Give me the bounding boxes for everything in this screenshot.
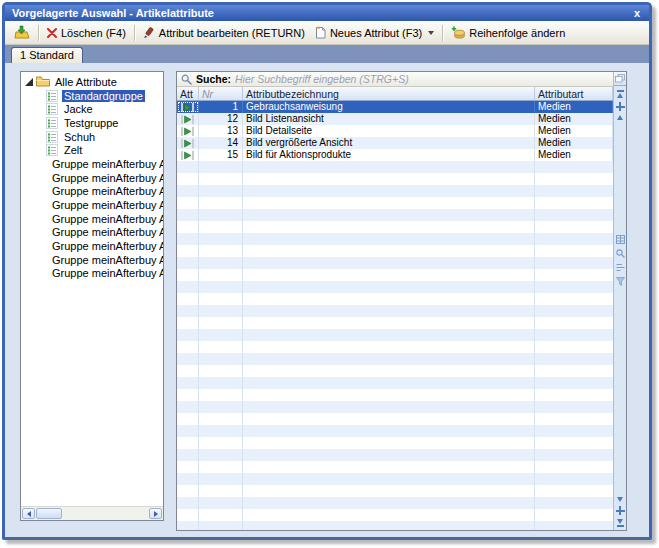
scroll-left-button[interactable] bbox=[22, 508, 35, 519]
attribute-list-icon bbox=[46, 131, 58, 143]
attribute-list-icon bbox=[46, 117, 58, 129]
new-attribute-dropdown-icon[interactable] bbox=[428, 31, 434, 35]
attribute-grid: Suche: Hier Suchbegriff eingeben (STRG+S… bbox=[177, 72, 613, 530]
delete-button-label: Löschen (F4) bbox=[61, 27, 126, 39]
grid-header: Att Nr Attributbezeichnung Attributart bbox=[177, 87, 613, 101]
tree-item[interactable]: Gruppe meinAfterbuy ART00075 bbox=[21, 185, 163, 199]
tree-item[interactable]: Gruppe meinAfterbuy ART00073 bbox=[21, 157, 163, 171]
scroll-top-icon[interactable] bbox=[617, 90, 624, 98]
tree-item[interactable]: Gruppe meinAfterbuy ART00080 bbox=[21, 239, 163, 253]
window-title: Vorgelagerte Auswahl - Artikelattribute bbox=[12, 7, 214, 19]
toolbar: Löschen (F4) Attribut bearbeiten (RETURN… bbox=[5, 21, 649, 45]
table-row[interactable]: 12 Bild Listenansicht Medien bbox=[177, 113, 613, 125]
grid-empty-area bbox=[177, 161, 613, 530]
reorder-button[interactable]: Reihenfolge ändern bbox=[446, 24, 570, 41]
column-header-att[interactable]: Att bbox=[177, 87, 199, 100]
tree-item-label: Testgruppe bbox=[62, 117, 120, 129]
tree-item-label: Standardgruppe bbox=[62, 90, 145, 102]
edit-pen-icon bbox=[143, 27, 155, 39]
scroll-up-icon[interactable] bbox=[617, 115, 623, 120]
tree-item[interactable]: Gruppe meinAfterbuy ART00079 bbox=[21, 226, 163, 240]
tree-item-label: Schuh bbox=[62, 131, 97, 143]
grid-rows: 1 Gebrauchsanweisung Medien 12 Bild List… bbox=[177, 101, 613, 530]
expander-triangle-icon[interactable] bbox=[25, 78, 33, 86]
plus-icon[interactable] bbox=[616, 506, 625, 515]
tree-item[interactable]: Gruppe meinAfterbuy ART00081 bbox=[21, 253, 163, 267]
scroll-right-button[interactable] bbox=[149, 508, 162, 519]
rail-tools bbox=[616, 235, 625, 286]
tree-item-label: Gruppe meinAfterbuy ART00078 bbox=[50, 213, 163, 225]
new-attribute-label: Neues Attribut (F3) bbox=[330, 27, 422, 39]
tree-item-label: Zelt bbox=[62, 144, 84, 156]
plus-icon[interactable] bbox=[616, 102, 625, 111]
sort-icon[interactable] bbox=[616, 263, 625, 272]
tree-item[interactable]: Gruppe meinAfterbuy ART00074 bbox=[21, 171, 163, 185]
magnifier-icon[interactable] bbox=[616, 249, 625, 258]
tree-item[interactable]: Gruppe meinAfterbuy ART00076 bbox=[21, 198, 163, 212]
scrollbar-thumb[interactable] bbox=[36, 508, 62, 519]
tree-item-label: Gruppe meinAfterbuy ART00076 bbox=[50, 199, 163, 211]
tree-item[interactable]: Standardgruppe bbox=[21, 89, 163, 103]
title-bar[interactable]: Vorgelagerte Auswahl - Artikelattribute … bbox=[5, 5, 649, 21]
tab-standard[interactable]: 1 Standard bbox=[11, 47, 83, 63]
reorder-icon bbox=[451, 26, 465, 39]
grid-view-icon[interactable] bbox=[616, 235, 625, 244]
arrow-left-icon bbox=[27, 511, 31, 517]
new-attribute-button[interactable]: Neues Attribut (F3) bbox=[310, 24, 439, 41]
attributbezeichnung-cell: Bild Listenansicht bbox=[243, 113, 535, 125]
toolbar-separator bbox=[134, 25, 135, 41]
tree-horizontal-scrollbar[interactable] bbox=[21, 506, 163, 520]
nr-cell: 14 bbox=[199, 137, 243, 149]
tree-body: Alle Attribute Standardgruppe Jacke Test… bbox=[21, 72, 163, 506]
edit-attribute-button[interactable]: Attribut bearbeiten (RETURN) bbox=[138, 25, 310, 41]
tree-item[interactable]: Testgruppe bbox=[21, 116, 163, 130]
delete-x-icon bbox=[47, 28, 57, 38]
attributart-cell: Medien bbox=[535, 149, 613, 161]
tree-item[interactable]: Zelt bbox=[21, 143, 163, 157]
table-row[interactable]: 15 Bild für Aktionsprodukte Medien bbox=[177, 149, 613, 161]
arrow-right-icon bbox=[154, 511, 158, 517]
search-label: Suche: bbox=[196, 73, 231, 85]
tree-item-label: Gruppe meinAfterbuy ART00074 bbox=[50, 172, 163, 184]
filter-icon[interactable] bbox=[616, 277, 625, 286]
table-row[interactable]: 13 Bild Detailseite Medien bbox=[177, 125, 613, 137]
grid-data-rows: 1 Gebrauchsanweisung Medien 12 Bild List… bbox=[177, 101, 613, 161]
attribute-grid-panel: Suche: Hier Suchbegriff eingeben (STRG+S… bbox=[176, 71, 627, 531]
apply-button[interactable] bbox=[9, 23, 35, 42]
attributart-cell: Medien bbox=[535, 137, 613, 149]
tree-item[interactable]: Jacke bbox=[21, 102, 163, 116]
tree-item[interactable]: Schuh bbox=[21, 130, 163, 144]
dialog-window: Vorgelagerte Auswahl - Artikelattribute … bbox=[2, 2, 652, 540]
attribute-type-cell bbox=[177, 137, 199, 149]
scroll-bottom-icon[interactable] bbox=[617, 519, 624, 527]
search-magnifier-icon bbox=[181, 74, 192, 85]
rail-bottom bbox=[616, 497, 625, 527]
tree-root-all-attributes[interactable]: Alle Attribute bbox=[21, 75, 163, 89]
nr-cell: 13 bbox=[199, 125, 243, 137]
column-header-attributart[interactable]: Attributart bbox=[535, 87, 613, 100]
table-row[interactable]: 14 Bild vergrößerte Ansicht Medien bbox=[177, 137, 613, 149]
attribute-type-cell bbox=[177, 101, 199, 113]
media-attribute-icon bbox=[181, 139, 194, 148]
attribute-type-cell bbox=[177, 125, 199, 137]
close-button[interactable]: x bbox=[632, 7, 642, 19]
delete-button[interactable]: Löschen (F4) bbox=[42, 25, 131, 41]
tree-root-label: Alle Attribute bbox=[53, 76, 119, 88]
table-row[interactable]: 1 Gebrauchsanweisung Medien bbox=[177, 101, 613, 113]
search-input[interactable]: Hier Suchbegriff eingeben (STRG+S) bbox=[235, 73, 409, 85]
toolbar-separator bbox=[38, 25, 39, 41]
grid-search-bar[interactable]: Suche: Hier Suchbegriff eingeben (STRG+S… bbox=[177, 72, 613, 87]
tab-strip: 1 Standard bbox=[5, 45, 649, 63]
column-header-nr[interactable]: Nr bbox=[199, 87, 243, 100]
tree-item[interactable]: Gruppe meinAfterbuy ART00078 bbox=[21, 212, 163, 226]
scroll-down-icon[interactable] bbox=[617, 497, 623, 502]
media-attribute-icon bbox=[181, 115, 194, 124]
tree-item-label: Jacke bbox=[62, 103, 95, 115]
column-chooser-icon[interactable] bbox=[615, 74, 625, 83]
attribute-list-icon bbox=[46, 144, 58, 156]
column-header-attributbezeichnung[interactable]: Attributbezeichnung bbox=[243, 87, 535, 100]
media-attribute-icon bbox=[181, 103, 194, 112]
tree-item[interactable]: Gruppe meinAfterbuy ART00082 bbox=[21, 267, 163, 281]
attribute-group-tree-panel: Alle Attribute Standardgruppe Jacke Test… bbox=[20, 71, 164, 521]
folder-icon bbox=[36, 76, 50, 87]
